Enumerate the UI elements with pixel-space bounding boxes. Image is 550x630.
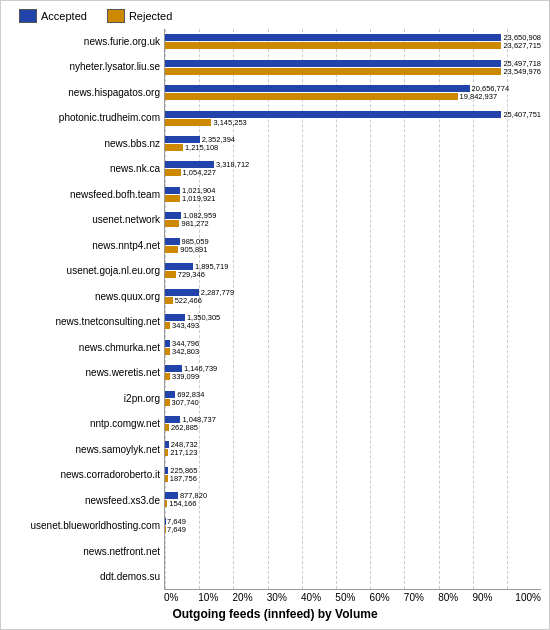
- rejected-bar-line: 343,493: [165, 322, 541, 330]
- accepted-bar-line: 1,146,739: [165, 365, 541, 373]
- bar-row: 225,865187,756: [165, 462, 541, 487]
- accepted-bar-line: [165, 543, 541, 551]
- accepted-bar: [165, 441, 169, 448]
- rejected-bar-label: 1,215,108: [185, 143, 218, 152]
- rejected-bar-label: 262,885: [171, 423, 198, 432]
- rejected-bar-line: [165, 576, 541, 584]
- rejected-bar-label: 217,123: [170, 448, 197, 457]
- rejected-bar: [165, 500, 167, 507]
- bars-area: 23,650,90823,627,71525,497,71823,549,976…: [164, 29, 541, 590]
- bar-pair: 877,820154,166: [165, 492, 541, 508]
- accepted-bar-line: [165, 568, 541, 576]
- accepted-bar-line: 692,834: [165, 390, 541, 398]
- rejected-bar-line: 981,272: [165, 220, 541, 228]
- rejected-bar-label: 19,842,937: [460, 92, 498, 101]
- bar-pair: 2,287,779522,466: [165, 288, 541, 304]
- accepted-bar: [165, 85, 470, 92]
- x-tick: 90%: [472, 592, 506, 603]
- x-tick: 80%: [438, 592, 472, 603]
- rejected-bar-line: 19,842,937: [165, 93, 541, 101]
- legend-accepted: Accepted: [19, 9, 87, 23]
- bar-row: 877,820154,166: [165, 487, 541, 512]
- bar-pair: [165, 568, 541, 584]
- rejected-bar: [165, 169, 181, 176]
- bar-pair: 20,656,77419,842,937: [165, 85, 541, 101]
- rejected-bar: [165, 475, 168, 482]
- rejected-bar: [165, 144, 183, 151]
- bar-pair: 1,048,737262,885: [165, 416, 541, 432]
- bar-row: 2,287,779522,466: [165, 284, 541, 309]
- rejected-bar: [165, 373, 170, 380]
- y-label: news.netfront.net: [9, 547, 160, 557]
- rejected-bar: [165, 424, 169, 431]
- accepted-bar: [165, 34, 501, 41]
- x-tick: 30%: [267, 592, 301, 603]
- accepted-bar: [165, 467, 168, 474]
- chart-title: Outgoing feeds (innfeed) by Volume: [9, 607, 541, 621]
- bar-pair: 3,318,7121,054,227: [165, 161, 541, 177]
- accepted-bar-line: 2,352,394: [165, 136, 541, 144]
- y-label: news.samoylyk.net: [9, 445, 160, 455]
- bar-row: 1,021,9041,019,921: [165, 182, 541, 207]
- accepted-bar: [165, 187, 180, 194]
- accepted-bar: [165, 238, 180, 245]
- rejected-bar-label: 522,466: [175, 296, 202, 305]
- x-tick: 70%: [404, 592, 438, 603]
- accepted-bar-line: 25,497,718: [165, 59, 541, 67]
- rejected-bar-label: 905,891: [180, 245, 207, 254]
- accepted-bar-line: 7,649: [165, 517, 541, 525]
- rejected-bar-label: 1,054,227: [183, 168, 216, 177]
- y-label: photonic.trudheim.com: [9, 113, 160, 123]
- rejected-bar-label: 187,756: [170, 474, 197, 483]
- accepted-bar: [165, 111, 501, 118]
- accepted-bar: [165, 161, 214, 168]
- rejected-bar-line: 7,649: [165, 525, 541, 533]
- accepted-bar-line: 2,287,779: [165, 288, 541, 296]
- accepted-bar-line: 877,820: [165, 492, 541, 500]
- bar-pair: 1,350,305343,493: [165, 314, 541, 330]
- bar-pair: 25,497,71823,549,976: [165, 59, 541, 75]
- bar-row: 692,834307,740: [165, 385, 541, 410]
- y-label: i2pn.org: [9, 394, 160, 404]
- rejected-bar-label: 981,272: [181, 219, 208, 228]
- rejected-bar-label: 23,627,715: [503, 41, 541, 50]
- rejected-bar: [165, 195, 180, 202]
- accepted-bar-line: 344,796: [165, 339, 541, 347]
- rejected-bar-label: 154,166: [169, 499, 196, 508]
- bar-pair: 2,352,3941,215,108: [165, 136, 541, 152]
- rejected-bar: [165, 42, 501, 49]
- y-label: usenet.network: [9, 215, 160, 225]
- accepted-bar-line: 1,895,719: [165, 263, 541, 271]
- rejected-bar: [165, 68, 501, 75]
- rejected-bar-line: 339,099: [165, 373, 541, 381]
- bar-pair: 25,407,7513,145,253: [165, 110, 541, 126]
- x-tick: 60%: [370, 592, 404, 603]
- bar-row: 1,350,305343,493: [165, 309, 541, 334]
- accepted-bar: [165, 60, 501, 67]
- bar-pair: 344,796342,803: [165, 339, 541, 355]
- rejected-bar-line: [165, 551, 541, 559]
- rejected-bar-line: 23,549,976: [165, 67, 541, 75]
- legend-accepted-box: [19, 9, 37, 23]
- rejected-bar: [165, 322, 170, 329]
- rejected-bar-line: 1,019,921: [165, 194, 541, 202]
- accepted-bar: [165, 365, 182, 372]
- accepted-bar-line: 985,059: [165, 237, 541, 245]
- bar-row: 1,895,719729,346: [165, 258, 541, 283]
- accepted-bar-line: 1,048,737: [165, 416, 541, 424]
- x-tick: 100%: [507, 592, 541, 603]
- rejected-bar-line: 1,215,108: [165, 144, 541, 152]
- legend-rejected: Rejected: [107, 9, 172, 23]
- rejected-bar-label: 23,549,976: [503, 67, 541, 76]
- bar-row: 1,048,737262,885: [165, 411, 541, 436]
- rejected-bar-label: 342,803: [172, 347, 199, 356]
- accepted-bar: [165, 340, 170, 347]
- bar-row: 25,497,71823,549,976: [165, 54, 541, 79]
- y-label: newsfeed.bofh.team: [9, 190, 160, 200]
- rejected-bar: [165, 348, 170, 355]
- y-label: nyheter.lysator.liu.se: [9, 62, 160, 72]
- accepted-bar: [165, 263, 193, 270]
- y-label: ddt.demos.su: [9, 572, 160, 582]
- rejected-bar-line: 1,054,227: [165, 169, 541, 177]
- rejected-bar-line: 522,466: [165, 296, 541, 304]
